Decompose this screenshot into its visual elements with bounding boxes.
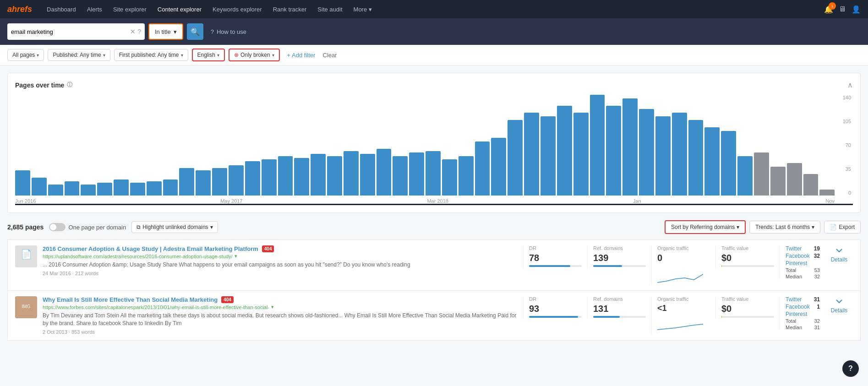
all-pages-filter[interactable]: All pages ▾	[7, 49, 44, 61]
chart-bar[interactable]	[540, 116, 556, 196]
notification-icon[interactable]: 🔔 1	[824, 5, 833, 14]
nav-more[interactable]: More ▾	[348, 0, 377, 18]
chart-bar[interactable]	[377, 149, 392, 196]
nav-content-explorer[interactable]: Content explorer	[152, 0, 207, 18]
chart-bar[interactable]	[360, 154, 375, 196]
twitter-label-2[interactable]: Twitter	[786, 296, 802, 303]
chart-bar[interactable]	[639, 109, 654, 196]
trends-button[interactable]: Trends: Last 6 months ▾	[749, 221, 820, 234]
chart-bar[interactable]	[704, 127, 720, 196]
chart-bar[interactable]	[459, 156, 474, 196]
highlight-unlinked-button[interactable]: ⧉ Highlight unlinked domains ▾	[131, 221, 218, 233]
nav-keywords-explorer[interactable]: Keywords explorer	[207, 0, 267, 18]
result-url-text-1[interactable]: https://uplandsoftware.com/adestra/resou…	[43, 254, 233, 259]
details-label-2: Details	[831, 307, 848, 314]
chart-bar[interactable]	[147, 181, 162, 196]
chart-bar[interactable]	[573, 113, 589, 196]
only-broken-filter[interactable]: ⊗ Only broken ▾	[229, 49, 280, 61]
nav-alerts[interactable]: Alerts	[82, 0, 108, 18]
result-title-1[interactable]: 2016 Consumer Adoption & Usage Study | A…	[43, 245, 258, 252]
chart-bar[interactable]	[97, 183, 112, 196]
sort-by-button[interactable]: Sort by Referring domains ▾	[665, 220, 746, 234]
chart-bar[interactable]	[245, 161, 260, 196]
chart-bar[interactable]	[819, 190, 835, 196]
chart-bar[interactable]	[737, 156, 753, 196]
chart-bar[interactable]	[212, 168, 227, 196]
details-button-1[interactable]: Details	[825, 245, 853, 263]
chart-bar[interactable]	[442, 159, 457, 196]
clear-search-icon[interactable]: ✕	[130, 28, 136, 35]
chart-bar[interactable]	[32, 178, 47, 196]
chart-bar[interactable]	[475, 141, 490, 196]
chart-bar[interactable]	[754, 152, 769, 196]
chart-bar[interactable]	[344, 151, 359, 196]
chart-info-icon[interactable]: ⓘ	[67, 81, 72, 89]
chart-bar[interactable]	[688, 120, 704, 196]
chart-bar[interactable]	[409, 152, 424, 196]
chart-bar[interactable]	[15, 170, 30, 196]
pinterest-label-1[interactable]: Pinterest	[786, 260, 807, 266]
published-filter[interactable]: Published: Any time ▾	[48, 49, 110, 61]
chart-bar[interactable]	[114, 179, 129, 196]
organic-traffic-label-2: Organic traffic	[657, 296, 710, 302]
chart-bar[interactable]	[393, 156, 408, 196]
chart-bar[interactable]	[721, 131, 736, 196]
chart-bar[interactable]	[48, 185, 63, 196]
chart-bar[interactable]	[524, 113, 539, 196]
language-filter[interactable]: English ▾	[192, 49, 225, 61]
chart-bar[interactable]	[196, 170, 211, 196]
chart-bar[interactable]	[655, 116, 671, 196]
clear-filters-button[interactable]: Clear	[322, 52, 337, 59]
nav-rank-tracker[interactable]: Rank tracker	[267, 0, 312, 18]
chart-bar[interactable]	[590, 95, 605, 196]
chart-bar[interactable]	[262, 159, 277, 196]
result-url-text-2[interactable]: https://www.forbes.com/sites/capitalones…	[43, 304, 269, 310]
chart-bar[interactable]	[65, 181, 80, 196]
search-help-icon[interactable]: ?	[137, 28, 141, 35]
chart-bar[interactable]	[622, 98, 638, 196]
twitter-label-1[interactable]: Twitter	[786, 245, 802, 252]
chart-bar[interactable]	[294, 158, 309, 196]
social-median-row-2: Median 31	[786, 325, 820, 330]
result-title-2[interactable]: Why Email Is Still More Effective Than S…	[43, 296, 218, 303]
chart-bar[interactable]	[311, 154, 326, 196]
chart-bar[interactable]	[229, 165, 244, 196]
nav-site-audit[interactable]: Site audit	[312, 0, 348, 18]
chart-bar[interactable]	[508, 120, 523, 196]
nav-site-explorer[interactable]: Site explorer	[108, 0, 152, 18]
chart-collapse-button[interactable]: ∧	[847, 81, 853, 89]
chart-bar[interactable]	[803, 174, 819, 196]
chart-bar[interactable]	[278, 156, 293, 196]
one-page-per-domain-toggle[interactable]	[49, 223, 66, 231]
chart-bar[interactable]	[770, 167, 786, 196]
chart-bar[interactable]	[179, 168, 194, 196]
chart-bar[interactable]	[163, 179, 178, 196]
how-to-use-link[interactable]: ? How to use	[211, 28, 246, 35]
facebook-label-2[interactable]: Facebook	[786, 304, 810, 310]
chart-bar[interactable]	[491, 138, 506, 196]
user-icon[interactable]: 👤	[852, 5, 861, 14]
pinterest-label-2[interactable]: Pinterest	[786, 311, 807, 317]
search-go-button[interactable]: 🔍	[187, 23, 203, 40]
chart-bar[interactable]	[557, 106, 572, 196]
chart-bar[interactable]	[426, 151, 441, 196]
details-button-2[interactable]: Details	[825, 296, 853, 314]
facebook-label-1[interactable]: Facebook	[786, 253, 810, 259]
metrics-cols-1: DR 78 Ref. domains 139 Organic traffic 0	[523, 245, 853, 285]
nav-dashboard[interactable]: Dashboard	[41, 0, 82, 18]
y-label-70: 70	[837, 142, 851, 148]
chart-bar[interactable]	[672, 113, 687, 196]
chart-bar[interactable]	[327, 156, 342, 196]
search-input[interactable]	[11, 28, 130, 35]
monitor-icon[interactable]: 🖥	[839, 5, 846, 13]
chart-bar[interactable]	[787, 163, 802, 196]
social-col-1: Twitter 19 Facebook 32 Pinterest Total 5…	[780, 245, 825, 279]
add-filter-button[interactable]: + Add filter	[284, 49, 319, 61]
chart-bar[interactable]	[130, 183, 145, 196]
chart-bar[interactable]	[81, 185, 96, 196]
chart-bar[interactable]	[606, 106, 621, 196]
total-label-2: Total	[786, 318, 796, 324]
first-published-filter[interactable]: First published: Any time ▾	[114, 49, 188, 61]
search-mode-button[interactable]: In title ▾	[148, 23, 183, 40]
export-button[interactable]: 📄 Export	[824, 221, 861, 234]
